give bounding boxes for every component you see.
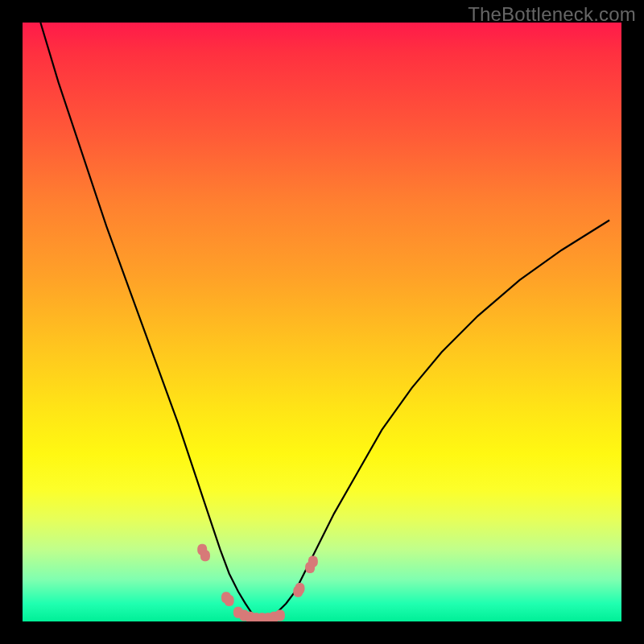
marker-dot: [200, 550, 210, 561]
bottleneck-curve: [40, 23, 609, 618]
watermark-text: TheBottleneck.com: [468, 3, 636, 26]
plot-area: [23, 23, 621, 621]
chart-frame: TheBottleneck.com: [0, 0, 644, 644]
marker-dot: [225, 595, 234, 606]
marker-dot: [295, 583, 304, 594]
plot-svg: [23, 23, 621, 621]
marker-dot: [275, 610, 285, 621]
marker-dot: [308, 556, 318, 568]
